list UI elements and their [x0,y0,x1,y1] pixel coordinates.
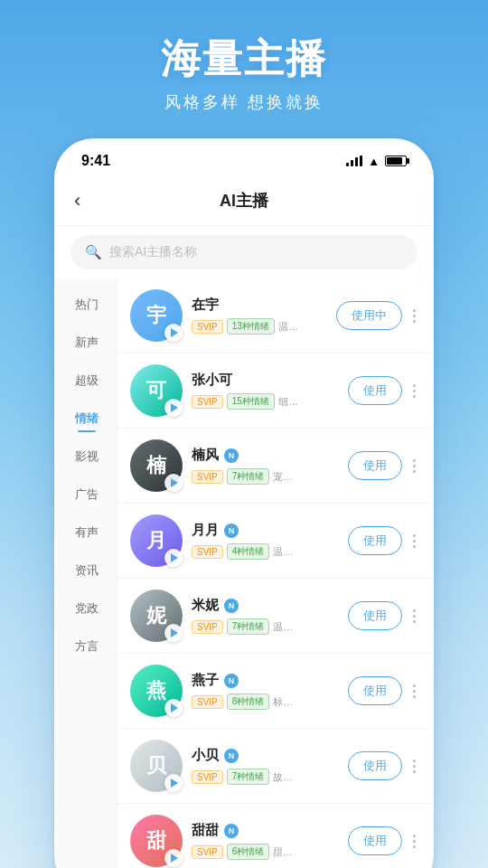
nav-bar: ‹ AI主播 [56,176,432,226]
host-actions: 使用 [348,526,419,555]
use-button[interactable]: 使用 [348,526,402,555]
use-button[interactable]: 使用 [348,601,402,630]
host-info: 张小可 SVIP 15种情绪 细… [192,372,339,410]
host-item: 妮 米妮 N SVIP 7种情绪 温… 使用 [117,579,432,654]
sidebar-item-party[interactable]: 党政 [56,590,117,627]
host-name: 米妮 [192,597,219,614]
search-bar[interactable]: 🔍 搜索AI主播名称 [70,235,418,269]
sidebar-item-audio[interactable]: 有声 [56,514,117,552]
mood-tag: 15种情绪 [227,393,275,410]
host-info: 燕子 N SVIP 8种情绪 标… [192,672,339,710]
host-actions: 使用 [348,676,419,705]
host-name-row: 楠风 N [192,447,339,464]
search-icon: 🔍 [85,244,102,260]
status-icons: ▲ [346,155,407,168]
wifi-icon: ▲ [368,155,380,168]
svip-tag: SVIP [192,695,223,709]
tags-row: SVIP 13种情绪 温… [192,318,327,335]
play-button[interactable] [164,624,183,642]
play-button[interactable] [164,324,183,342]
sidebar-item-mood[interactable]: 情绪 [56,400,117,438]
host-desc: 温… [278,320,298,334]
avatar-wrap: 可 [130,364,183,417]
more-button[interactable] [409,306,419,326]
host-actions: 使用 [348,751,419,780]
play-button[interactable] [164,774,183,792]
host-name: 燕子 [192,672,219,689]
sidebar-item-super[interactable]: 超级 [56,362,117,400]
host-actions: 使用 [348,601,419,630]
sidebar-item-hot[interactable]: 热门 [56,286,117,324]
search-input[interactable]: 搜索AI主播名称 [109,244,197,260]
use-button[interactable]: 使用 [348,376,402,405]
host-name-row: 小贝 N [192,747,339,764]
host-item: 贝 小贝 N SVIP 7种情绪 故… 使用 [117,729,432,804]
play-button[interactable] [164,849,183,867]
host-actions: 使用 [348,376,419,405]
back-button[interactable]: ‹ [74,189,103,212]
sidebar-item-ad[interactable]: 广告 [56,476,117,514]
phone-wrapper: 9:41 ▲ ‹ AI主播 [0,138,488,868]
avatar-wrap: 楠 [130,439,183,492]
host-desc: 标… [273,695,293,709]
host-item: 楠 楠风 N SVIP 7种情绪 宠… 使用 [117,429,432,504]
content-list: 宇 在宇 SVIP 13种情绪 温… 使用中 [117,278,432,868]
svip-tag: SVIP [192,620,223,634]
mood-tag: 8种情绪 [227,693,270,710]
new-badge: N [224,524,239,538]
sidebar-item-news[interactable]: 资讯 [56,552,117,590]
sidebar: 热门新声超级情绪影视广告有声资讯党政方言 [56,278,117,868]
host-desc: 故… [273,770,293,784]
sidebar-item-dialect[interactable]: 方言 [56,627,117,665]
more-button[interactable] [409,531,419,552]
svip-tag: SVIP [192,845,223,859]
host-info: 楠风 N SVIP 7种情绪 宠… [192,447,339,485]
sidebar-item-new[interactable]: 新声 [56,324,117,362]
new-badge: N [224,599,239,613]
host-desc: 细… [278,395,298,409]
use-button[interactable]: 使用 [348,676,402,705]
new-badge: N [224,824,239,838]
host-info: 月月 N SVIP 4种情绪 温… [192,522,339,560]
more-button[interactable] [409,606,419,627]
sidebar-item-film[interactable]: 影视 [56,438,117,476]
host-name-row: 张小可 [192,372,339,389]
host-info: 甜甜 N SVIP 6种情绪 甜… [192,822,339,860]
tags-row: SVIP 8种情绪 标… [192,693,339,710]
more-button[interactable] [409,831,419,852]
mood-tag: 7种情绪 [227,769,270,785]
host-info: 米妮 N SVIP 7种情绪 温… [192,597,339,635]
app-content: ‹ AI主播 🔍 搜索AI主播名称 热门新声超级情绪影视广告有声资讯党政方言 宇 [56,176,432,868]
host-name-row: 燕子 N [192,672,339,689]
new-badge: N [224,749,239,763]
host-item: 甜 甜甜 N SVIP 6种情绪 甜… 使用 [117,804,432,868]
avatar-wrap: 贝 [130,740,183,792]
host-name: 甜甜 [192,822,219,839]
nav-title: AI主播 [103,190,385,212]
more-button[interactable] [409,756,419,777]
play-button[interactable] [164,549,183,567]
use-button[interactable]: 使用 [348,751,402,780]
mood-tag: 7种情绪 [227,468,270,485]
use-button[interactable]: 使用 [348,451,402,480]
mood-tag: 4种情绪 [227,543,270,560]
play-button[interactable] [164,699,183,717]
host-info: 小贝 N SVIP 7种情绪 故… [192,747,339,785]
host-name: 楠风 [192,447,219,464]
host-actions: 使用 [348,451,419,480]
host-actions: 使用 [348,826,419,855]
new-badge: N [224,674,239,688]
play-button[interactable] [164,474,183,492]
avatar-wrap: 月 [130,514,183,567]
use-button[interactable]: 使用中 [336,301,402,330]
play-button[interactable] [164,399,183,417]
mood-tag: 13种情绪 [227,318,275,335]
avatar-wrap: 妮 [130,590,183,642]
more-button[interactable] [409,381,419,401]
battery-icon [385,156,407,166]
host-name-row: 甜甜 N [192,822,339,839]
more-button[interactable] [409,456,419,476]
more-button[interactable] [409,681,419,702]
use-button[interactable]: 使用 [348,826,402,855]
host-name: 月月 [192,522,219,539]
